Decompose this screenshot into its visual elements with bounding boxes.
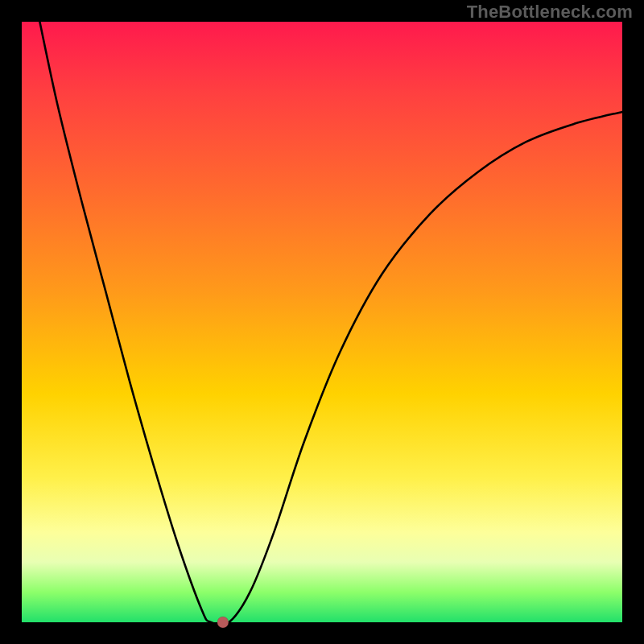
bottleneck-curve-path — [39, 22, 622, 625]
watermark-text: TheBottleneck.com — [467, 2, 633, 23]
curve-svg — [22, 22, 622, 622]
minimum-marker — [217, 617, 229, 628]
plot-area — [22, 22, 622, 622]
chart-frame: TheBottleneck.com — [0, 0, 644, 644]
